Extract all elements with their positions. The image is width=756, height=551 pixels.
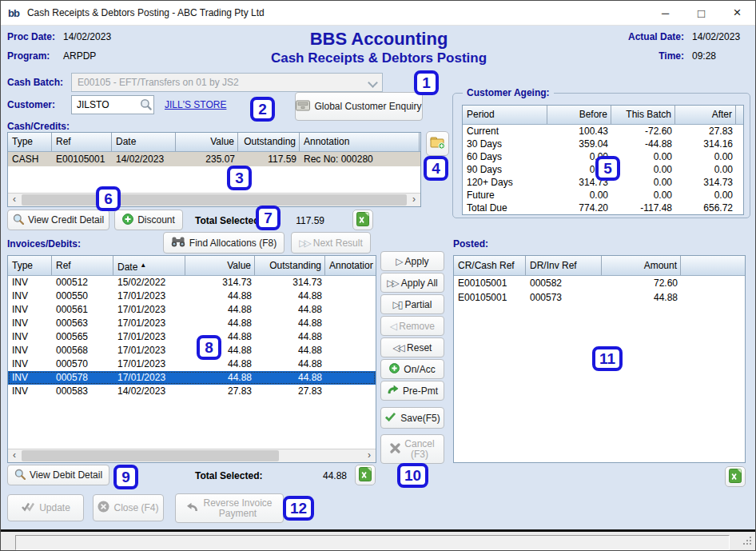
table-cell: Total Due xyxy=(463,202,547,214)
horizontal-scrollbar[interactable]: ‹ › xyxy=(8,193,420,206)
table-cell: 0.00 xyxy=(611,176,675,189)
column-header[interactable]: Value xyxy=(185,256,255,275)
remove-button[interactable]: ◁ Remove xyxy=(380,316,444,336)
export-posted-excel-button[interactable] xyxy=(725,466,746,487)
partial-button[interactable]: ▷▯ Partial xyxy=(380,294,444,314)
proc-date-value: 14/02/2023 xyxy=(63,31,111,42)
table-cell: 235.07 xyxy=(176,152,238,166)
table-cell: INV xyxy=(8,317,52,330)
table-empty-area xyxy=(8,398,376,449)
on-account-button[interactable]: On/Acc xyxy=(380,359,444,379)
column-header[interactable]: Type xyxy=(8,256,52,275)
reset-button[interactable]: ◁◁ Reset xyxy=(380,337,444,357)
table-row: Future 0.00 0.00 0.00 xyxy=(463,189,743,202)
column-header[interactable]: Outstanding xyxy=(255,256,325,275)
table-row[interactable]: INV 000512 15/02/2022 314.73 314.73 xyxy=(8,276,376,289)
find-allocations-button[interactable]: Find Allocations (F8) xyxy=(163,232,284,254)
global-customer-enquiry-button[interactable]: Global Customer Enquiry xyxy=(295,92,423,121)
app-window: bb Cash Receipts & Debtors Posting - ABC… xyxy=(0,0,756,551)
title-bar[interactable]: bb Cash Receipts & Debtors Posting - ABC… xyxy=(1,1,755,26)
minimize-button[interactable]: ─ xyxy=(647,1,683,25)
table-cell: 60 Days xyxy=(463,150,547,163)
column-header[interactable]: Type xyxy=(8,133,52,151)
table-cell: E00105001 xyxy=(52,152,112,166)
update-button[interactable]: Update xyxy=(7,494,84,521)
customer-name-link[interactable]: JILL'S STORE xyxy=(165,99,226,110)
scroll-left-icon[interactable]: ‹ xyxy=(8,194,21,206)
table-row[interactable]: INV 000583 14/02/2023 27.83 27.83 xyxy=(8,385,376,398)
export-debits-excel-button[interactable] xyxy=(355,465,376,485)
table-row[interactable]: INV 000565 17/01/2023 44.88 44.88 xyxy=(8,330,376,344)
view-debit-detail-label: View Debit Detail xyxy=(30,469,102,481)
table-cell: INV xyxy=(8,330,52,344)
reset-icon: ◁◁ xyxy=(393,344,403,352)
view-debit-detail-button[interactable]: View Debit Detail xyxy=(7,465,109,485)
next-result-button[interactable]: ▷▷ Next Result xyxy=(291,232,371,254)
table-cell: 44.88 xyxy=(255,289,325,303)
table-row[interactable]: CASH E00105001 14/02/2023 235.07 117.59 … xyxy=(8,152,420,166)
column-header-sorted[interactable]: Date▲ xyxy=(113,256,185,275)
table-cell: -117.48 xyxy=(611,202,675,214)
callout-badge-10: 10 xyxy=(397,463,428,488)
column-header[interactable]: Date xyxy=(112,133,176,151)
table-cell: 000582 xyxy=(526,276,602,290)
actual-date-label: Actual Date: xyxy=(611,31,684,42)
table-cell: 17/01/2023 xyxy=(113,344,185,357)
cancel-label: Cancel xyxy=(404,438,434,449)
column-header[interactable]: Ref xyxy=(52,256,113,275)
table-cell: 90 Days xyxy=(463,163,547,176)
table-cell: INV xyxy=(8,289,52,303)
resize-grip[interactable] xyxy=(742,536,752,549)
column-header[interactable]: Value xyxy=(176,133,238,151)
table-row[interactable]: INV 000570 17/01/2023 44.88 44.88 xyxy=(8,357,376,371)
customer-search-icon[interactable] xyxy=(140,98,152,113)
scrollbar-thumb[interactable] xyxy=(22,450,279,461)
apply-all-button[interactable]: ▷▷ Apply All xyxy=(380,273,444,293)
maximize-button[interactable]: □ xyxy=(683,1,719,25)
column-header: This Batch xyxy=(611,106,675,124)
cash-batch-value: E00105 - EFT/Transfers on 01 by JS2 xyxy=(78,77,239,88)
export-credits-excel-button[interactable] xyxy=(352,210,373,230)
horizontal-scrollbar[interactable]: ‹ › xyxy=(8,449,376,462)
cash-batch-dropdown[interactable]: E00105 - EFT/Transfers on 01 by JS2 xyxy=(71,73,383,92)
cash-credits-table: Type Ref Date Value Outstanding Annotati… xyxy=(7,132,421,207)
table-row[interactable]: INV 000563 17/01/2023 44.88 44.88 xyxy=(8,317,376,330)
table-row[interactable]: E00105001 000582 72.60 xyxy=(454,276,745,290)
table-cell: 000578 xyxy=(52,371,113,385)
table-cell: 314.16 xyxy=(675,138,736,150)
scroll-right-icon[interactable]: › xyxy=(408,194,420,206)
table-cell: 44.88 xyxy=(185,357,255,371)
discount-button[interactable]: Discount xyxy=(114,210,183,230)
table-cell: Future xyxy=(463,189,547,202)
cancel-button[interactable]: Cancel(F3) xyxy=(380,434,444,464)
remove-label: Remove xyxy=(399,321,435,332)
table-cell: 314.73 xyxy=(255,276,325,289)
scroll-right-icon[interactable]: › xyxy=(363,449,376,462)
app-logo-icon: bb xyxy=(8,7,19,19)
reverse-invoice-payment-button[interactable]: Reverse InvoicePayment xyxy=(175,493,284,523)
table-row[interactable]: INV 000561 17/01/2023 44.88 44.88 xyxy=(8,303,376,317)
close-button[interactable]: × xyxy=(719,1,755,25)
column-header[interactable]: Annotation xyxy=(300,133,420,151)
pre-payment-button[interactable]: Pre-Pmt xyxy=(380,381,444,401)
close-form-button[interactable]: Close (F4) xyxy=(93,494,164,521)
save-button[interactable]: Save(F5) xyxy=(380,407,444,429)
column-header[interactable]: Ref xyxy=(52,133,112,151)
find-allocations-label: Find Allocations (F8) xyxy=(189,238,277,249)
proc-date-label: Proc Date: xyxy=(7,31,57,42)
table-row[interactable]: INV 000550 17/01/2023 44.88 44.88 xyxy=(8,289,376,303)
new-batch-item-button[interactable] xyxy=(426,131,449,156)
table-row[interactable]: INV 000568 17/01/2023 44.88 44.88 xyxy=(8,344,376,357)
table-empty-area xyxy=(8,166,420,193)
table-row[interactable]: E00105001 000573 44.88 xyxy=(454,290,745,305)
cabinet-icon xyxy=(296,100,310,114)
table-row-selected[interactable]: INV 000578 17/01/2023 44.88 44.88 xyxy=(8,371,376,385)
column-header[interactable]: Annotation xyxy=(325,256,373,275)
column-header[interactable]: Outstanding xyxy=(238,133,300,151)
table-cell: -44.88 xyxy=(611,138,675,150)
view-credit-detail-button[interactable]: View Credit Detail xyxy=(7,210,109,230)
apply-button[interactable]: ▷ Apply xyxy=(380,251,444,271)
scroll-left-icon[interactable]: ‹ xyxy=(8,449,21,462)
cash-credits-label: Cash/Credits: xyxy=(7,121,70,132)
scrollbar-thumb[interactable] xyxy=(22,194,407,206)
